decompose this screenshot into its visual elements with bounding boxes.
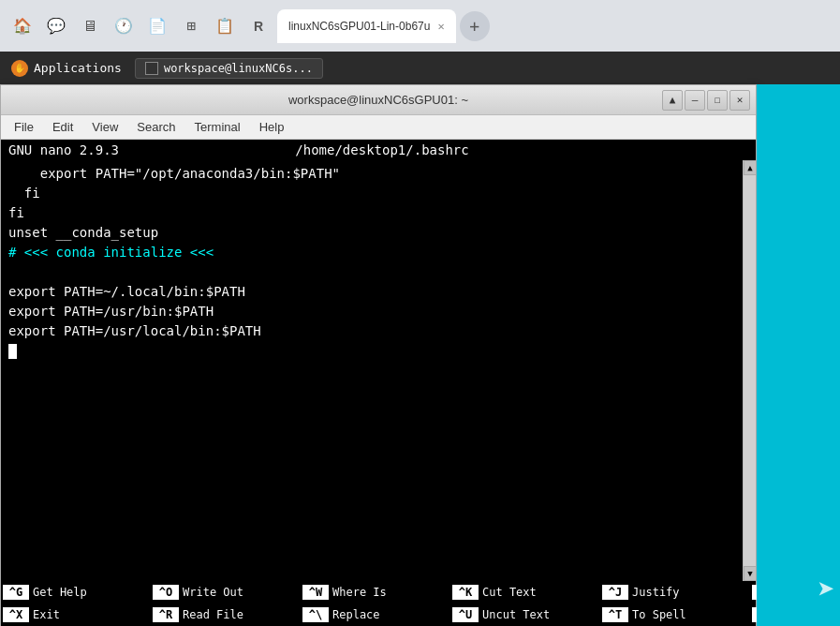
minimize-button[interactable]: — — [685, 90, 705, 111]
menu-help[interactable]: Help — [250, 118, 294, 136]
shortcut-desc-write-out: Write Out — [183, 586, 243, 599]
shortcut-read-file: ^R Read File — [153, 604, 302, 625]
monitor-icon[interactable]: 🖥 — [75, 11, 105, 41]
menu-edit[interactable]: Edit — [43, 118, 82, 136]
desktop-area: ➤ — [757, 84, 840, 626]
nano-version: GNU nano 2.9.3 — [1, 142, 196, 157]
close-button[interactable]: ✕ — [729, 90, 750, 111]
desktop-arrow-icon: ➤ — [818, 572, 835, 607]
shortcut-desc-read-file: Read File — [183, 608, 243, 621]
editor-content[interactable]: export PATH="/opt/anaconda3/bin:$PATH" f… — [1, 160, 756, 581]
terminal-icon — [145, 62, 158, 75]
editor-line: fi — [1, 203, 756, 223]
menu-view[interactable]: View — [82, 118, 127, 136]
editor-line: fi — [1, 184, 756, 203]
clock-icon[interactable]: 🕐 — [109, 11, 139, 41]
active-tab[interactable]: linuxNC6sGPU01-Lin-0b67u ✕ — [277, 9, 456, 43]
shortcut-desc-uncut-text: Uncut Text — [482, 608, 550, 621]
scroll-up-arrow[interactable]: ▲ — [744, 160, 757, 175]
editor-line: export PATH=/usr/bin:$PATH — [1, 302, 756, 321]
shortcut-desc-to-spell: To Spell — [632, 608, 686, 621]
xfce-logo-icon: ✋ — [11, 60, 28, 77]
terminal-taskbar-button[interactable]: workspace@linuxNC6s... — [135, 58, 323, 79]
r-icon[interactable]: R — [243, 11, 273, 41]
shortcut-key-co: ^O — [153, 585, 179, 600]
home-icon[interactable]: 🏠 — [7, 11, 37, 41]
editor-line — [1, 262, 756, 282]
shortcut-key-cw: ^W — [302, 585, 329, 600]
editor-line: export PATH="/opt/anaconda3/bin:$PATH" — [1, 164, 756, 184]
shortcut-write-out: ^O Write Out — [153, 582, 302, 603]
scroll-up-button[interactable]: ▲ — [662, 90, 683, 111]
document-icon[interactable]: 📋 — [210, 11, 240, 41]
editor-line — [1, 361, 756, 380]
shortcut-replace: ^\ Replace — [302, 604, 452, 625]
nano-filepath: /home/desktop1/.bashrc — [196, 142, 569, 157]
shortcut-key-cg: ^G — [3, 585, 29, 600]
shortcut-key-ct: ^T — [602, 607, 628, 622]
terminal-titlebar: workspace@linuxNC6sGPU01: ~ ▲ — ☐ ✕ — [1, 85, 756, 115]
shortcut-desc-where-is: Where Is — [332, 586, 387, 599]
editor-line — [1, 400, 756, 420]
window-controls: ▲ — ☐ ✕ — [662, 90, 750, 111]
scrollbar[interactable]: ▲ ▼ — [743, 160, 756, 581]
maximize-button[interactable]: ☐ — [707, 90, 728, 111]
scroll-down-arrow[interactable]: ▼ — [744, 566, 757, 581]
applications-menu[interactable]: ✋ Applications — [4, 56, 129, 81]
editor-line — [1, 538, 756, 558]
editor-line — [1, 479, 756, 499]
grid-icon[interactable]: ⊞ — [176, 11, 206, 41]
new-tab-button[interactable]: + — [460, 11, 490, 41]
tab-label: linuxNC6sGPU01-Lin-0b67u — [288, 20, 430, 33]
editor-cursor-line — [1, 341, 756, 361]
file-icon[interactable]: 📄 — [142, 11, 172, 41]
shortcut-uncut-text: ^U Uncut Text — [452, 604, 602, 625]
editor-line — [1, 459, 756, 479]
menu-file[interactable]: File — [5, 118, 43, 136]
shortcut-desc-exit: Exit — [33, 608, 60, 621]
shortcut-desc-justify: Justify — [632, 586, 680, 599]
menu-terminal[interactable]: Terminal — [185, 118, 250, 136]
nano-header: GNU nano 2.9.3 /home/desktop1/.bashrc — [1, 140, 756, 160]
shortcut-row-2: ^X Exit ^R Read File ^\ Replace ^U Uncut… — [1, 604, 756, 626]
shortcut-key-cj: ^J — [602, 585, 628, 600]
shortcut-cut-text: ^K Cut Text — [452, 582, 602, 603]
editor-line — [1, 380, 756, 400]
editor-line-conda: # <<< conda initialize <<< — [1, 243, 756, 262]
shortcut-key-cx: ^X — [3, 607, 29, 622]
shortcut-row-1: ^G Get Help ^O Write Out ^W Where Is ^K … — [1, 581, 756, 604]
xfce-panel: ✋ Applications workspace@linuxNC6s... — [0, 52, 840, 84]
editor-wrapper: export PATH="/opt/anaconda3/bin:$PATH" f… — [1, 160, 756, 581]
editor-line — [1, 440, 756, 459]
shortcut-get-help: ^G Get Help — [3, 582, 153, 603]
editor-line: export PATH=/usr/local/bin:$PATH — [1, 321, 756, 341]
applications-label: Applications — [34, 61, 122, 75]
shortcut-key-ck: ^K — [452, 585, 479, 600]
terminal-window: workspace@linuxNC6sGPU01: ~ ▲ — ☐ ✕ File… — [0, 84, 757, 626]
shortcut-where-is: ^W Where Is — [302, 582, 452, 603]
terminal-title: workspace@linuxNC6sGPU01: ~ — [288, 93, 468, 107]
shortcut-desc-replace: Replace — [332, 608, 380, 621]
shortcut-justify: ^J Justify — [602, 582, 752, 603]
browser-tabbar: 🏠 💬 🖥 🕐 📄 ⊞ 📋 R linuxNC6sGPU01-Lin-0b67u… — [0, 0, 840, 52]
shortcut-key-cu: ^U — [452, 607, 479, 622]
shortcut-desc-cut-text: Cut Text — [482, 586, 537, 599]
editor-line — [1, 420, 756, 440]
terminal-taskbar-label: workspace@linuxNC6s... — [164, 62, 313, 75]
tab-close-button[interactable]: ✕ — [437, 20, 444, 33]
shortcut-exit: ^X Exit — [3, 604, 153, 625]
editor-line: export PATH=~/.local/bin:$PATH — [1, 282, 756, 302]
shortcut-desc-get-help: Get Help — [33, 586, 87, 599]
editor-line — [1, 558, 756, 577]
editor-line — [1, 499, 756, 518]
shortcut-key-cr: ^R — [153, 607, 179, 622]
menu-search[interactable]: Search — [127, 118, 184, 136]
shortcut-to-spell: ^T To Spell — [602, 604, 752, 625]
editor-line: unset __conda_setup — [1, 223, 756, 243]
shortcut-key-backslash: ^\ — [302, 607, 329, 622]
terminal-menubar: File Edit View Search Terminal Help — [1, 115, 756, 140]
editor-line — [1, 518, 756, 538]
nano-footer: ^G Get Help ^O Write Out ^W Where Is ^K … — [1, 581, 756, 626]
chat-icon[interactable]: 💬 — [41, 11, 71, 41]
